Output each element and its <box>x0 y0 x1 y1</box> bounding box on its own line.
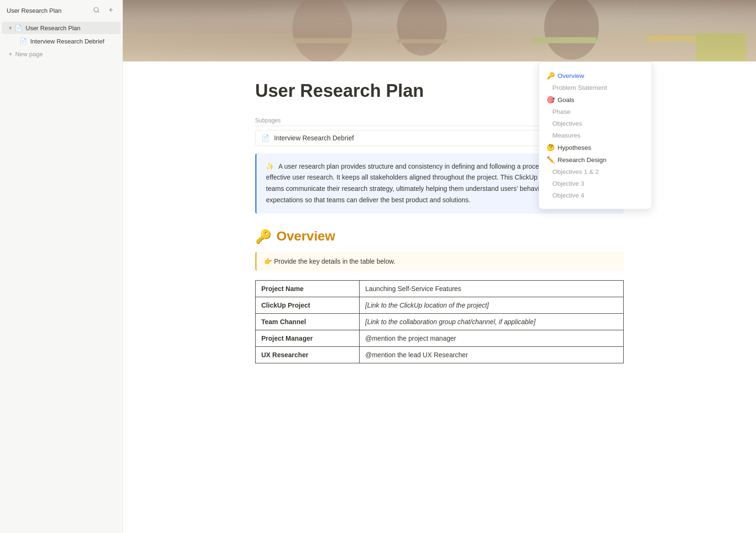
table-row: Project NameLaunching Self-Service Featu… <box>256 280 624 297</box>
subpage-label: Interview Research Debrief <box>274 134 354 142</box>
expand-arrow-icon: ▼ <box>7 24 14 32</box>
toc-item[interactable]: Objective 4 <box>539 189 652 201</box>
collapse-icon <box>107 7 114 13</box>
toc-item[interactable]: Objective 3 <box>539 178 652 189</box>
toc-emoji-icon: 🔑 <box>547 72 555 79</box>
toc-popup: 🔑OverviewProblem Statement🎯GoalsPhaseObj… <box>539 61 652 209</box>
main-content-area: User Research Plan Subpages 📄 Interview … <box>123 0 756 533</box>
table-cell-value: [Link to the collaboration group chat/ch… <box>360 313 624 330</box>
toc-item[interactable]: Measures <box>539 129 652 141</box>
toc-item-label: Research Design <box>558 156 607 163</box>
new-page-button[interactable]: + New page <box>2 48 120 60</box>
toc-item-label: Hypotheses <box>558 144 591 151</box>
toc-item[interactable]: Phase <box>539 106 652 118</box>
table-row: Team Channel[Link to the collaboration g… <box>256 313 624 330</box>
sidebar-item-user-research-plan[interactable]: ▼ 📄 User Research Plan <box>2 22 120 34</box>
toc-item-label: Measures <box>552 132 580 139</box>
toc-emoji-icon: ✏️ <box>547 156 555 163</box>
toc-item[interactable]: Objectives <box>539 118 652 129</box>
new-page-label: New page <box>15 51 43 58</box>
table-cell-value: Launching Self-Service Features <box>360 280 624 297</box>
table-cell-key: Team Channel <box>256 313 360 330</box>
subpage-icon: 📄 <box>261 134 269 142</box>
page-icon-doc-child: 📄 <box>19 37 27 45</box>
toc-item[interactable]: 🤔Hypotheses <box>539 141 652 154</box>
svg-rect-8 <box>397 39 447 43</box>
table-cell-key: UX Researcher <box>256 346 360 363</box>
overview-callout-text: Provide the key details in the table bel… <box>274 258 395 265</box>
toc-item[interactable]: 🎯Goals <box>539 94 652 106</box>
point-icon: 👉 <box>264 258 272 265</box>
overview-title: Overview <box>276 229 335 244</box>
svg-point-4 <box>292 0 352 61</box>
plus-icon: + <box>9 50 12 58</box>
svg-rect-10 <box>646 36 701 42</box>
svg-rect-7 <box>292 38 352 43</box>
sidebar-header: User Research Plan <box>0 0 122 21</box>
overview-heading: 🔑 Overview <box>255 229 624 244</box>
overview-callout: 👉 Provide the key details in the table b… <box>255 252 624 271</box>
toc-emoji-icon: 🤔 <box>547 144 555 151</box>
sidebar-item-interview-debrief[interactable]: 📄 Interview Research Debrief <box>2 35 120 47</box>
toc-emoji-icon: 🎯 <box>547 96 555 103</box>
toc-item-label: Phase <box>552 108 570 115</box>
toc-item-label: Objectives 1 & 2 <box>552 168 599 175</box>
collapse-sidebar-button[interactable] <box>105 6 116 16</box>
search-icon <box>93 7 100 13</box>
hero-illustration <box>123 0 756 61</box>
table-cell-key: Project Name <box>256 280 360 297</box>
toc-item-label: Goals <box>558 96 574 103</box>
toc-item-label: Overview <box>558 72 584 79</box>
hero-image-inner <box>123 0 756 61</box>
table-row: Project Manager@mention the project mana… <box>256 330 624 346</box>
content-inner: User Research Plan Subpages 📄 Interview … <box>227 61 652 401</box>
toc-item-label: Objective 3 <box>552 180 584 187</box>
table-cell-key: Project Manager <box>256 330 360 346</box>
toc-item-label: Objective 4 <box>552 192 584 199</box>
svg-point-0 <box>94 8 98 12</box>
hero-image <box>123 0 756 61</box>
toc-item-label: Objectives <box>552 120 582 127</box>
svg-line-1 <box>98 11 99 13</box>
table-cell-value: @mention the lead UX Researcher <box>360 346 624 363</box>
toc-item-label: Problem Statement <box>552 84 607 91</box>
sparkle-icon: ✨ <box>266 161 274 172</box>
content-area: User Research Plan Subpages 📄 Interview … <box>123 61 756 533</box>
table-cell-value: [Link to the ClickUp location of the pro… <box>360 297 624 313</box>
page-icon-doc: 📄 <box>14 24 23 32</box>
key-emoji: 🔑 <box>255 229 272 244</box>
sidebar-item-label: User Research Plan <box>26 25 114 32</box>
toc-item[interactable]: Problem Statement <box>539 82 652 94</box>
sidebar-child-label: Interview Research Debrief <box>30 38 114 45</box>
toc-item[interactable]: ✏️Research Design <box>539 154 652 166</box>
toc-item[interactable]: Objectives 1 & 2 <box>539 166 652 178</box>
table-row: ClickUp Project[Link to the ClickUp loca… <box>256 297 624 313</box>
table-cell-value: @mention the project manager <box>360 330 624 346</box>
svg-rect-11 <box>696 33 746 61</box>
sidebar-title: User Research Plan <box>7 7 61 14</box>
toc-item[interactable]: 🔑Overview <box>539 69 652 82</box>
sidebar: User Research Plan ▼ 📄 User Research Pla… <box>0 0 123 533</box>
search-button[interactable] <box>91 6 102 16</box>
table-cell-key: ClickUp Project <box>256 297 360 313</box>
overview-table: Project NameLaunching Self-Service Featu… <box>255 280 624 363</box>
svg-rect-9 <box>532 37 596 43</box>
table-row: UX Researcher@mention the lead UX Resear… <box>256 346 624 363</box>
